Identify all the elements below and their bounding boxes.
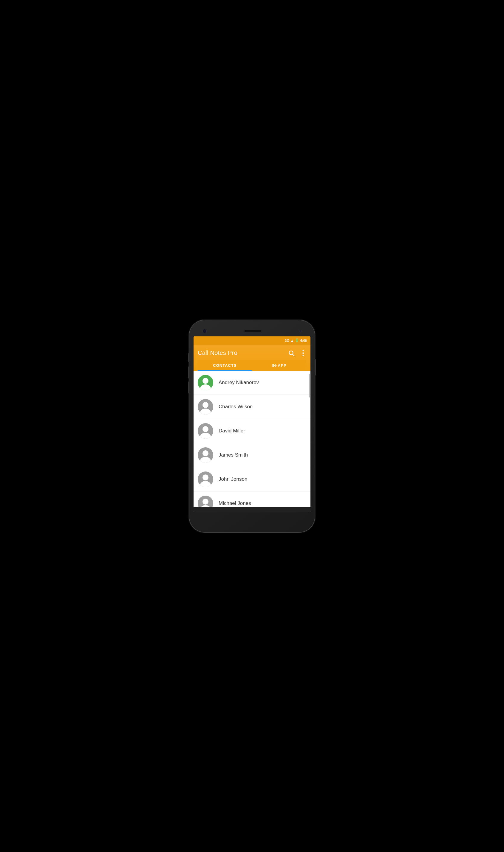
recents-button[interactable] [285, 509, 297, 512]
bottom-nav [194, 507, 310, 512]
front-camera [202, 329, 207, 333]
network-indicator: 3G [285, 339, 289, 342]
avatar [198, 399, 213, 415]
battery-icon: 🔋 [295, 339, 299, 342]
avatar [198, 375, 213, 391]
more-options-button[interactable]: ⋮ [300, 349, 306, 357]
power-button [314, 359, 316, 376]
svg-point-6 [202, 426, 209, 432]
status-bar: 3G ▲ 🔋 6:08 [194, 337, 310, 345]
app-title: Call Notes Pro [198, 349, 237, 356]
clock: 6:08 [300, 339, 307, 342]
svg-point-9 [200, 457, 211, 463]
phone-screen: 3G ▲ 🔋 6:08 Call Notes Pro ⋮ [194, 337, 310, 512]
avatar [198, 423, 213, 439]
volume-down-button [188, 366, 190, 378]
svg-point-5 [200, 409, 211, 415]
svg-point-4 [202, 402, 209, 408]
contact-name: James Smith [219, 452, 248, 458]
avatar [198, 496, 213, 507]
svg-point-13 [200, 505, 211, 507]
scroll-indicator [309, 374, 310, 398]
svg-point-8 [202, 450, 209, 456]
phone-top-bar [194, 326, 310, 337]
sensor [299, 330, 302, 332]
search-button[interactable] [288, 350, 295, 356]
earpiece-speaker [244, 330, 262, 332]
svg-line-1 [292, 354, 294, 356]
avatar [198, 447, 213, 463]
contact-name: Charles Wilson [219, 404, 253, 410]
contacts-list: Andrey Nikanorov Charles Wilson [194, 371, 310, 507]
back-button[interactable] [207, 509, 219, 512]
contact-name: Andrey Nikanorov [219, 380, 259, 386]
home-button[interactable] [246, 509, 258, 512]
contact-item[interactable]: John Jonson [194, 467, 310, 491]
contact-name: John Jonson [219, 476, 247, 482]
contact-item[interactable]: James Smith [194, 443, 310, 467]
svg-point-10 [202, 474, 209, 481]
svg-point-2 [202, 378, 209, 384]
svg-point-12 [202, 498, 209, 505]
phone-device: 3G ▲ 🔋 6:08 Call Notes Pro ⋮ [190, 320, 314, 532]
status-icons: 3G ▲ 🔋 6:08 [285, 339, 307, 342]
tab-contacts[interactable]: CONTACTS [198, 360, 252, 371]
app-header: Call Notes Pro ⋮ CONTACTS IN-APP [194, 345, 310, 371]
contact-item[interactable]: Charles Wilson [194, 395, 310, 419]
volume-up-button [188, 353, 190, 362]
header-top: Call Notes Pro ⋮ [198, 349, 306, 357]
contact-name: David Miller [219, 428, 245, 434]
avatar [198, 471, 213, 487]
contact-item[interactable]: Andrey Nikanorov [194, 371, 310, 395]
contact-item[interactable]: Michael Jones [194, 491, 310, 507]
signal-icon: ▲ [290, 339, 294, 342]
header-actions: ⋮ [288, 349, 306, 357]
svg-point-7 [200, 433, 211, 439]
silent-button [188, 381, 190, 393]
tabs: CONTACTS IN-APP [198, 360, 306, 371]
svg-point-11 [200, 481, 211, 487]
tab-in-app[interactable]: IN-APP [252, 360, 306, 371]
contact-name: Michael Jones [219, 501, 251, 506]
contact-item[interactable]: David Miller [194, 419, 310, 443]
phone-bottom [194, 512, 310, 524]
svg-point-3 [200, 384, 211, 391]
